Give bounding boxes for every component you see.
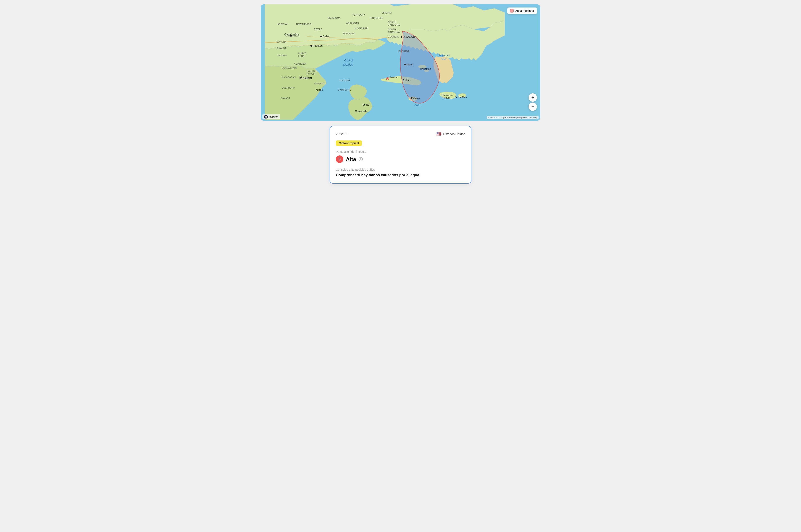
svg-text:TEXAS: TEXAS: [314, 28, 322, 31]
svg-text:Mexico: Mexico: [343, 63, 353, 66]
map-container: OKLAHOMA KENTUCKY VIRGINIA TENNESSEE NOR…: [261, 4, 540, 121]
svg-point-51: [404, 64, 406, 65]
svg-text:Dominican: Dominican: [442, 94, 453, 96]
svg-text:Jacksonville: Jacksonville: [403, 36, 416, 39]
card-date: 2022-10: [336, 132, 347, 136]
svg-text:Houston: Houston: [312, 44, 323, 47]
impact-row: 3 Alta ?: [336, 155, 465, 163]
map-attribution: © Mapbox © OpenStreetMap Improve this ma…: [487, 116, 539, 119]
svg-text:Jamaica: Jamaica: [411, 97, 420, 100]
svg-text:Gulf of: Gulf of: [344, 59, 354, 62]
svg-text:Miami: Miami: [406, 63, 413, 66]
svg-text:Sargasso: Sargasso: [438, 54, 450, 57]
svg-text:Belize: Belize: [363, 103, 369, 106]
country-flag: 🇺🇸: [436, 131, 442, 136]
mapbox-logo: M mapbox: [262, 114, 280, 119]
mapbox-logo-icon: M: [264, 115, 268, 118]
svg-text:YUCATÁN: YUCATÁN: [339, 79, 350, 82]
svg-text:Republic: Republic: [443, 96, 452, 99]
svg-text:Sea: Sea: [441, 58, 446, 61]
help-icon[interactable]: ?: [359, 157, 363, 161]
svg-text:SOUTH: SOUTH: [388, 28, 396, 31]
svg-text:Havana: Havana: [389, 76, 398, 79]
main-container: OKLAHOMA KENTUCKY VIRGINIA TENNESSEE NOR…: [261, 4, 540, 184]
svg-text:VIRGINIA: VIRGINIA: [382, 12, 392, 14]
impact-number-badge: 3: [336, 155, 343, 163]
zoom-in-button[interactable]: +: [529, 93, 537, 102]
svg-point-43: [310, 45, 312, 47]
svg-text:GUERRERO: GUERRERO: [281, 87, 295, 89]
svg-text:KENTUCKY: KENTUCKY: [352, 14, 365, 16]
svg-text:NEW MEXICO: NEW MEXICO: [296, 23, 311, 25]
zoom-out-button[interactable]: −: [529, 102, 537, 111]
svg-text:Xalapa: Xalapa: [315, 89, 323, 91]
svg-text:Ciudad Juárez: Ciudad Juárez: [284, 33, 299, 35]
card-country: 🇺🇸 Estados Unidos: [436, 131, 465, 136]
svg-text:MICHOACÁN: MICHOACÁN: [281, 76, 295, 79]
advice-label: Consejos ante posibles daños: [336, 168, 465, 171]
event-type-badge: Ciclón tropical: [336, 140, 362, 146]
svg-point-49: [401, 36, 402, 38]
svg-text:TENNESSEE: TENNESSEE: [369, 17, 383, 19]
svg-text:MISSISSIPPI: MISSISSIPPI: [354, 27, 368, 30]
svg-text:SAN LUIS: SAN LUIS: [307, 70, 317, 72]
svg-text:LOUISIANA: LOUISIANA: [343, 32, 356, 35]
zoom-controls: + −: [529, 93, 537, 111]
impact-level-text: Alta: [346, 156, 356, 163]
svg-text:OAXACA: OAXACA: [280, 97, 290, 99]
legend-label: Zona afectada: [515, 9, 534, 13]
svg-text:SINALOA: SINALOA: [276, 47, 286, 50]
svg-text:Cuba: Cuba: [403, 79, 409, 82]
svg-text:COAHUILA: COAHUILA: [294, 62, 306, 65]
svg-text:NORTH: NORTH: [388, 21, 396, 23]
mapbox-logo-text: mapbox: [269, 115, 278, 118]
svg-text:VERACRUZ: VERACRUZ: [314, 82, 327, 85]
svg-text:OKLAHOMA: OKLAHOMA: [327, 17, 341, 19]
svg-text:ARIZONA: ARIZONA: [277, 23, 288, 25]
svg-text:GEORGIA: GEORGIA: [388, 35, 399, 38]
info-card: 2022-10 🇺🇸 Estados Unidos Ciclón tropica…: [330, 126, 471, 184]
country-name: Estados Unidos: [443, 132, 465, 136]
svg-text:Carib...: Carib...: [414, 104, 422, 107]
impact-score-label: Puntuación del impacto: [336, 150, 465, 153]
svg-text:NAYARIT: NAYARIT: [277, 54, 287, 57]
svg-text:CAROLINA: CAROLINA: [388, 23, 400, 26]
svg-text:Guatemala: Guatemala: [355, 110, 367, 113]
svg-point-45: [321, 36, 322, 37]
svg-text:NUEVO: NUEVO: [298, 52, 307, 55]
card-header: 2022-10 🇺🇸 Estados Unidos: [336, 131, 465, 136]
svg-point-54: [387, 78, 388, 79]
svg-text:SONORA: SONORA: [276, 41, 286, 43]
svg-text:LÉON: LÉON: [298, 55, 305, 57]
advice-text: Comprobar si hay daños causados por el a…: [336, 173, 465, 177]
legend-color: [510, 9, 513, 13]
svg-text:GUANAJUATO: GUANAJUATO: [281, 67, 297, 69]
svg-text:Mexico: Mexico: [299, 76, 312, 80]
svg-text:Puerto Rico: Puerto Rico: [455, 96, 467, 98]
svg-text:CAROLINA: CAROLINA: [388, 31, 400, 33]
svg-text:FLORIDA: FLORIDA: [398, 50, 410, 53]
svg-text:Bahamas: Bahamas: [420, 68, 431, 71]
map-legend: Zona afectada: [507, 7, 537, 14]
svg-text:POTOSÍ: POTOSÍ: [307, 73, 315, 75]
svg-text:CAMPECHE: CAMPECHE: [338, 89, 351, 91]
svg-text:Dallas: Dallas: [323, 35, 329, 38]
svg-text:ARKANSAS: ARKANSAS: [346, 22, 359, 24]
